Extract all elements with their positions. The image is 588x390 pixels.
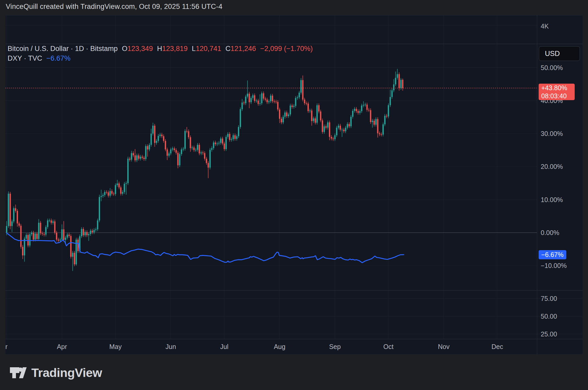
y-axis-tick-lower-pane: 50.00 — [541, 313, 557, 320]
currency-toggle-button[interactable]: USD — [539, 46, 580, 61]
chart-plot-area[interactable] — [5, 15, 583, 354]
x-axis-month-label: Aug — [274, 343, 285, 351]
x-axis-month-label: Apr — [57, 343, 67, 351]
y-axis-tick: 10.00% — [541, 196, 563, 203]
legend-compare-series-row: DXY · TVC −6.67% — [8, 54, 313, 63]
tradingview-wordmark: TradingView — [31, 365, 102, 380]
tradingview-logo[interactable]: TradingView — [10, 365, 102, 380]
y-axis-tick: 20.00% — [541, 163, 563, 170]
x-axis-month-label: Nov — [438, 343, 450, 351]
x-axis-month-label: May — [109, 343, 121, 351]
symbol-title: Bitcoin / U.S. Dollar · 1D · Bitstamp — [8, 44, 118, 54]
ohlc-low: L120,741 — [192, 44, 221, 54]
y-axis-tick-lower-pane: 25.00 — [541, 330, 557, 338]
compare-symbol-title: DXY · TVC — [8, 54, 42, 63]
attribution-header: VinceQuill created with TradingView.com,… — [6, 3, 222, 11]
last-price-percent: +43.80% — [541, 84, 575, 92]
ohlc-close: C121,246 — [225, 44, 256, 54]
x-axis-month-label: Oct — [383, 343, 394, 351]
y-axis-tick: −10.00% — [541, 262, 567, 269]
y-axis-tick: 30.00% — [541, 130, 563, 137]
x-axis-month-label: Jun — [166, 343, 176, 351]
ohlc-open: O123,349 — [122, 44, 153, 54]
compare-change-value: −6.67% — [46, 54, 71, 63]
bar-countdown: 08:03:40 — [541, 92, 575, 100]
y-axis-tick-4k: 4K — [541, 22, 549, 30]
tradingview-snapshot: { "header": { "attribution": "VinceQuill… — [0, 0, 588, 390]
y-axis-tick: 0.00% — [541, 229, 559, 237]
x-axis-month-label: Mar — [5, 343, 8, 351]
tradingview-logo-mark — [10, 367, 27, 378]
y-axis-tick: 50.00% — [541, 64, 563, 71]
x-axis-month-label: Dec — [491, 343, 503, 351]
x-axis-month-label: Jul — [220, 343, 229, 351]
ohlc-high: H123,819 — [157, 44, 188, 54]
y-axis-tick-lower-pane: 75.00 — [541, 295, 557, 302]
chart-legend: Bitcoin / U.S. Dollar · 1D · Bitstamp O1… — [8, 44, 313, 63]
x-axis-month-label: Sep — [329, 343, 341, 351]
legend-main-series-row: Bitcoin / U.S. Dollar · 1D · Bitstamp O1… — [8, 44, 313, 54]
change-value: −2,099 (−1.70%) — [260, 44, 313, 54]
last-price-badge: +43.80% 08:03:40 — [539, 84, 575, 100]
compare-last-value-badge: −6.67% — [539, 250, 566, 259]
chart-widget[interactable]: Bitcoin / U.S. Dollar · 1D · Bitstamp O1… — [5, 15, 583, 354]
